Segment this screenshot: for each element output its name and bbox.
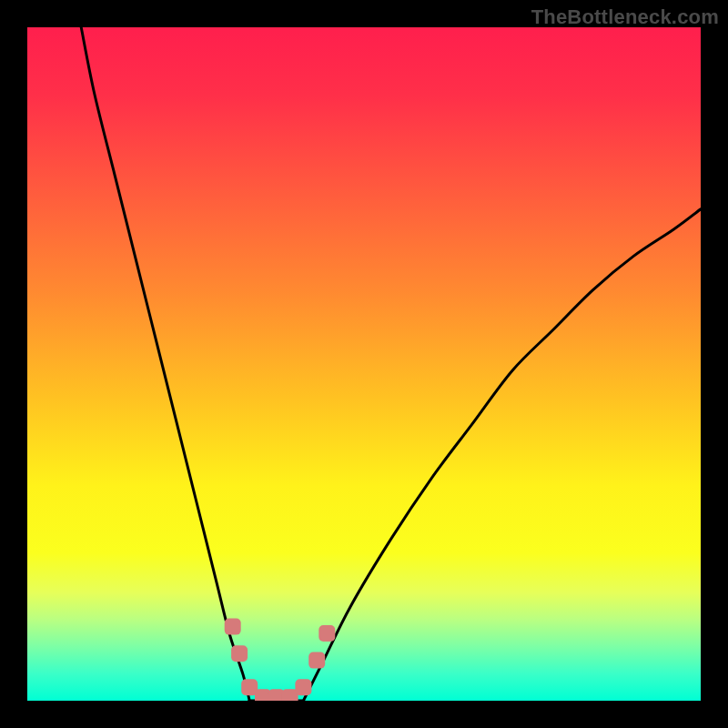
chart-plot bbox=[27, 27, 701, 701]
valley-markers-group bbox=[225, 619, 336, 701]
valley-marker bbox=[225, 619, 241, 635]
valley-marker bbox=[318, 625, 335, 642]
valley-marker bbox=[231, 645, 248, 662]
chart-frame bbox=[27, 27, 701, 701]
valley-marker bbox=[295, 679, 311, 695]
bottleneck-curve bbox=[81, 27, 701, 701]
watermark-text: TheBottleneck.com bbox=[531, 5, 719, 29]
valley-marker bbox=[308, 652, 325, 669]
